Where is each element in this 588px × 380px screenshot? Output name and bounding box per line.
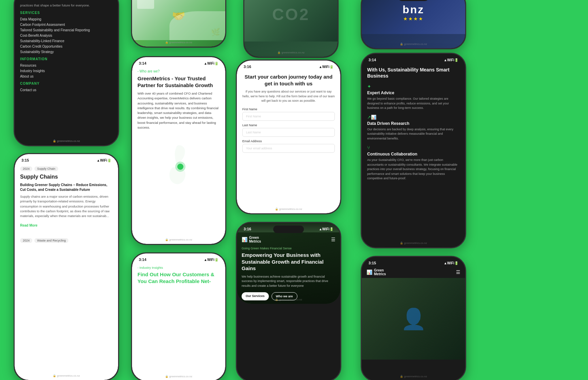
time: 3:16	[244, 227, 251, 231]
article-body: Supply chains are a major source of carb…	[20, 194, 113, 218]
article-tags-1: 2024 Supply Chain	[20, 166, 113, 171]
expert-advice-icon: ✦	[367, 84, 460, 89]
gm-logo-text-line2: Metrics	[374, 272, 386, 276]
contact-title: Start your carbon journey today and get …	[242, 73, 335, 87]
data-research-icon: ↗📊	[367, 115, 460, 120]
nav-about-us[interactable]: About us	[20, 73, 113, 79]
nav-resources[interactable]: Resources	[20, 63, 113, 68]
first-name-field: First Name First Name	[242, 108, 335, 121]
time: 3:16	[244, 65, 251, 69]
status-icons: ▲WiFi🔋	[319, 227, 333, 231]
time: 3:15	[21, 158, 29, 162]
status-icons: ▲WiFi🔋	[204, 258, 218, 262]
gm-hero-person: 👤	[401, 307, 426, 331]
phone-sustainability: 3:14 ▲WiFi🔋 With Us, Sustainability Mean…	[361, 53, 466, 248]
last-name-input[interactable]: Last Name	[242, 128, 335, 137]
hero-image: 🤝 🌿	[132, 0, 225, 40]
time: 3:14	[139, 258, 146, 262]
nav-contact-us[interactable]: Contact us	[20, 87, 113, 93]
time: 3:14	[369, 58, 376, 62]
first-name-label: First Name	[242, 108, 335, 111]
phone-greenmetrics-bottom: 3:15 ▲WiFi🔋 📊 Green Metrics ☰ 👤 🔒 greenm…	[361, 256, 466, 380]
services-heading: SERVICES	[20, 11, 113, 15]
with-us-title: With Us, Sustainability Means Smart Busi…	[367, 67, 460, 79]
who-tag: - Who are we?	[137, 69, 220, 73]
phone-contact: 3:16 ▲WiFi🔋 Start your carbon journey to…	[236, 60, 341, 214]
notch	[273, 63, 304, 71]
going-green-text: Going Green Makes Financial Sense	[242, 247, 336, 250]
gm-logo-icon: 📊	[366, 269, 372, 275]
status-icons: ▲WiFi🔋	[204, 62, 218, 65]
notch	[398, 0, 429, 1]
nav-industry-insights[interactable]: Industry Insights	[20, 68, 113, 73]
phone-hero-image: 3:14 ▲WiFi🔋 🤝 🌿 🔒 greenmetrics.co.nz	[131, 0, 226, 48]
url-bar-9: 🔒 greenmetrics.co.nz	[132, 375, 225, 378]
nav-sustainability-linked[interactable]: Sustainability-Linked Finance	[20, 38, 113, 44]
co2-cloud-icon: ☁	[325, 0, 334, 2]
url-bar-5: 🔒 greenmetrics.co.nz	[237, 208, 340, 211]
url-bar-7: 🔒 greenmetrics.co.nz	[362, 242, 465, 245]
url-bar-6: 🔒 greenmetrics.co.nz	[362, 43, 465, 46]
phone-empowering: 3:16 ▲WiFi🔋 📊 Green Metrics ☰ Going Gree…	[236, 222, 341, 380]
year-tag-1: 2024	[20, 166, 32, 171]
phone-nav-menu: 3:15 ●●WiFi🔋 practices that shape a bett…	[14, 0, 119, 146]
gm-menu-icon[interactable]: ☰	[456, 269, 460, 275]
read-more-button[interactable]: Read More	[20, 224, 37, 227]
last-name-field: Last Name Last Name	[242, 123, 335, 137]
expert-advice-desc: We go beyond basic compliance. Our tailo…	[367, 97, 460, 111]
map-location-dot	[177, 164, 183, 170]
article-tags-2: 2024 Waste and Recycling	[20, 238, 113, 243]
feature-data-research: ↗📊 Data Driven Research Our decisions ar…	[367, 115, 460, 141]
our-services-button[interactable]: Our Services	[242, 292, 269, 300]
find-title: Find Out How Our Customers & You Can Rea…	[137, 271, 220, 284]
email-input[interactable]: Your email address	[242, 144, 335, 153]
hamburger-icon[interactable]: ☰	[331, 237, 336, 242]
email-label: Email Address	[242, 139, 335, 143]
nav-intro: practices that shape a better future for…	[20, 3, 113, 7]
collaboration-desc: As your Sustainability CFO, we're more t…	[367, 158, 460, 181]
gm-logo: 📊 Green Metrics	[366, 268, 386, 276]
gm-logo-text-line1: Green	[374, 268, 386, 272]
nav-tailored-sustainability[interactable]: Tailored Sustainability and Financial Re…	[20, 27, 113, 33]
url-bar-1: 🔒 greenmetrics.co.nz	[15, 139, 118, 143]
url-bar-4: 🔒 greenmetrics.co.nz	[244, 51, 338, 54]
feature-expert-advice: ✦ Expert Advice We go beyond basic compl…	[367, 84, 460, 111]
supply-chain-tag: Supply Chain	[34, 166, 58, 171]
notch	[398, 260, 429, 267]
bnz-stars: ★★★★	[403, 16, 424, 21]
expert-advice-title: Expert Advice	[367, 90, 460, 95]
nav-carbon-credit[interactable]: Carbon Credit Opportunities	[20, 44, 113, 49]
nav-data-mapping[interactable]: Data Mapping	[20, 16, 113, 22]
collaboration-icon: ⑂	[367, 145, 460, 150]
notch	[163, 60, 194, 67]
gm-navbar: 📊 Green Metrics ☰	[362, 266, 465, 278]
who-body: With over 40 years of combined CFO and C…	[137, 91, 220, 130]
article-subtitle: Building Greener Supply Chains – Reduce …	[20, 183, 113, 192]
year-tag-2: 2024	[20, 238, 32, 243]
notch	[51, 157, 82, 164]
email-field: Email Address Your email address	[242, 139, 335, 153]
gm-hero-image: 👤	[362, 278, 465, 360]
who-title: GreenMetrics - Your Trusted Partner for …	[137, 75, 220, 88]
url-bar-2: 🔒 greenmetrics.co.nz	[132, 41, 225, 44]
find-title-part1: Find Out How Our Customers &	[137, 271, 214, 277]
notch	[51, 0, 82, 1]
waste-recycling-tag: Waste and Recycling	[34, 238, 68, 243]
feature-collaboration: ⑂ Continuous Collaboration As your Susta…	[367, 145, 460, 181]
notch	[273, 226, 304, 233]
nav-carbon-footprint[interactable]: Carbon Footprint Assessment	[20, 22, 113, 27]
nav-sustainability-strategy[interactable]: Sustainability Strategy	[20, 49, 113, 54]
first-name-input[interactable]: First Name	[242, 112, 335, 121]
emp-logo-text-line2: Metrics	[249, 239, 261, 243]
phone-bnz: 3:14 ▲WiFi🔋 bnz ★★★★ 🔒 greenmetrics.co.n…	[361, 0, 466, 49]
nav-cost-benefit[interactable]: Cost-Benefit Analysis	[20, 33, 113, 38]
time: 3:14	[139, 61, 146, 65]
status-icons: ▲WiFi🔋	[444, 58, 458, 62]
emp-buttons: Our Services Who we are	[242, 292, 336, 300]
phone-supply-chain: 3:15 ▲WiFi🔋 2024 Supply Chain Supply Cha…	[14, 153, 119, 380]
url-bar-11: 🔒 greenmetrics.co.nz	[362, 375, 465, 378]
phone-co2: 3:14 ▲WiFi🔋 ☁ CO2 🔒 greenmetrics.co.nz	[243, 0, 339, 58]
last-name-label: Last Name	[242, 123, 335, 127]
who-we-are-button[interactable]: Who we are	[272, 292, 297, 300]
bnz-logo-text: bnz	[403, 3, 424, 16]
